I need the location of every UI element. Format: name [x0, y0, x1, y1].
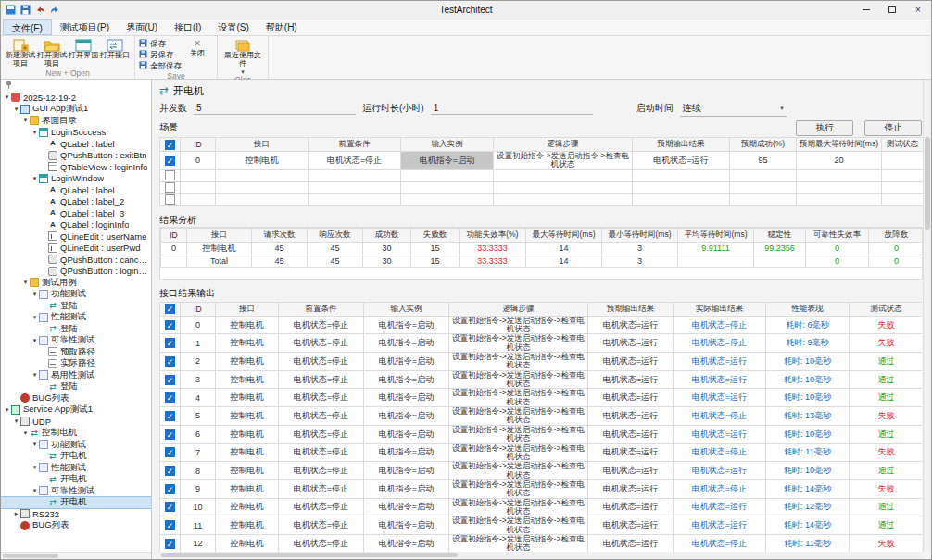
row-checkbox[interactable]: [165, 466, 175, 476]
table-cell[interactable]: [882, 181, 924, 193]
row-checkbox[interactable]: [165, 429, 175, 440]
table-cell[interactable]: [181, 169, 216, 181]
table-cell[interactable]: [181, 193, 216, 205]
new-test-project-button[interactable]: 新建测试项目: [5, 38, 36, 68]
row-checkbox[interactable]: [165, 484, 175, 494]
chevron-down-icon[interactable]: ▾: [31, 441, 39, 448]
table-cell[interactable]: [882, 193, 924, 205]
chevron-down-icon[interactable]: ▾: [31, 175, 39, 182]
chevron-down-icon[interactable]: ▾: [21, 117, 30, 124]
tree-item[interactable]: 开电机: [1, 474, 151, 486]
table-cell[interactable]: 电机状态=停止: [309, 152, 401, 170]
tree-item[interactable]: ▾LoginSuccess: [1, 127, 151, 139]
tree-item[interactable]: BUG列表: [1, 392, 151, 404]
tree-item[interactable]: QPushButton : cancelBtn: [1, 254, 151, 266]
tree-item[interactable]: 实际路径: [1, 358, 151, 370]
table-cell[interactable]: [216, 193, 309, 205]
row-checkbox[interactable]: [165, 502, 175, 512]
table-cell[interactable]: [401, 169, 494, 181]
menu-item-2[interactable]: 测试项目(P): [52, 19, 118, 35]
tree-item[interactable]: ▾2025-12-19-2: [1, 92, 151, 104]
table-cell[interactable]: [401, 181, 494, 193]
row-checkbox[interactable]: [165, 411, 175, 421]
table-cell[interactable]: [494, 193, 633, 205]
undo-icon[interactable]: [35, 5, 45, 15]
tree-item[interactable]: ▾LoginWindow: [1, 173, 151, 185]
table-cell[interactable]: [401, 193, 494, 205]
menu-item-3[interactable]: 界面(U): [118, 19, 166, 35]
chevron-down-icon[interactable]: ▾: [21, 429, 30, 437]
sidebar-horizontal-scrollbar[interactable]: [1, 552, 151, 559]
tree-item[interactable]: 登陆: [1, 300, 151, 312]
save-as-button[interactable]: 另保存: [139, 50, 182, 60]
sidebar-scrollbar-thumb[interactable]: [3, 554, 58, 558]
tree-item[interactable]: QLabel : label: [1, 138, 151, 150]
table-cell[interactable]: [633, 193, 730, 205]
table-cell[interactable]: [494, 181, 633, 193]
tree-item[interactable]: ▾Service App测试1: [1, 404, 151, 417]
tree-item[interactable]: QPushButton : loginBtn: [1, 266, 151, 278]
vertical-scrollbar[interactable]: [923, 80, 931, 552]
chevron-down-icon[interactable]: ▾: [12, 106, 20, 113]
menu-item-5[interactable]: 设置(S): [209, 19, 257, 35]
row-checkbox[interactable]: [165, 356, 175, 367]
chevron-down-icon[interactable]: ▾: [21, 279, 30, 286]
menu-item-1[interactable]: 文件(F): [3, 19, 52, 35]
concurrency-input[interactable]: [194, 102, 356, 115]
chevron-down-icon[interactable]: ▾: [31, 464, 39, 471]
close-file-button[interactable]: × 关闭: [182, 38, 213, 58]
tree-item[interactable]: QLabel : label_2: [1, 196, 151, 208]
select-all-checkbox[interactable]: [165, 140, 175, 150]
open-ui-button[interactable]: 打开界面: [68, 38, 99, 60]
recent-files-button[interactable]: 最近使用文件 ▾: [221, 38, 264, 75]
tree-item[interactable]: ▾性能测试: [1, 312, 151, 324]
table-cell[interactable]: [309, 181, 401, 193]
row-checkbox[interactable]: [165, 447, 175, 457]
save-all-button[interactable]: 全部保存: [139, 61, 182, 71]
row-checkbox[interactable]: [165, 539, 175, 549]
row-checkbox[interactable]: [165, 170, 175, 180]
table-cell[interactable]: [309, 169, 401, 181]
row-checkbox[interactable]: [165, 520, 175, 530]
tree-item[interactable]: 预取路径: [1, 346, 151, 358]
chevron-down-icon[interactable]: ▾: [31, 487, 39, 494]
tree-item[interactable]: ▾可靠性测试: [1, 485, 151, 497]
table-cell[interactable]: [730, 181, 797, 193]
row-checkbox[interactable]: [165, 156, 175, 166]
row-checkbox[interactable]: [165, 375, 175, 385]
table-cell[interactable]: [797, 181, 882, 193]
table-cell[interactable]: [797, 169, 882, 181]
vertical-scrollbar-thumb[interactable]: [925, 137, 930, 230]
table-cell[interactable]: [730, 169, 797, 181]
table-cell[interactable]: 设置初始指令->发送启动指令->检查电机状态: [494, 152, 633, 170]
table-cell[interactable]: 95: [730, 152, 797, 170]
redo-icon[interactable]: [50, 5, 60, 15]
open-interface-button[interactable]: 打开接口: [99, 38, 131, 60]
row-checkbox[interactable]: [165, 392, 175, 403]
chevron-down-icon[interactable]: ▾: [31, 337, 39, 344]
table-cell[interactable]: [216, 181, 309, 193]
tree-item[interactable]: 登陆: [1, 381, 151, 393]
tree-item[interactable]: ▾GUI App测试1: [1, 104, 151, 116]
tree-item[interactable]: ▾功能测试: [1, 289, 151, 301]
minimize-button[interactable]: [853, 1, 879, 19]
table-cell[interactable]: 0: [181, 152, 216, 170]
execute-button[interactable]: 执行: [796, 120, 853, 136]
table-cell[interactable]: [216, 169, 309, 181]
tree-item[interactable]: ▾界面目录: [1, 115, 151, 127]
tree-item[interactable]: ▾易用性测试: [1, 369, 151, 381]
chevron-down-icon[interactable]: ▾: [12, 417, 20, 425]
tree-item[interactable]: QLineEdit : userPwd: [1, 243, 151, 255]
tree-item[interactable]: ▾功能测试: [1, 439, 151, 451]
chevron-down-icon[interactable]: ▾: [31, 371, 39, 379]
row-checkbox[interactable]: [165, 194, 175, 205]
tree-item[interactable]: ▾测试用例: [1, 277, 151, 289]
horizontal-scrollbar-thumb[interactable]: [161, 553, 458, 557]
tree-item[interactable]: QLineEdit : userName: [1, 230, 151, 243]
table-cell[interactable]: [882, 152, 924, 170]
save-button[interactable]: 保存: [139, 39, 182, 49]
menu-item-4[interactable]: 接口(I): [166, 19, 209, 35]
chevron-down-icon[interactable]: ▾: [3, 406, 11, 414]
pin-icon[interactable]: [5, 81, 13, 91]
table-cell[interactable]: [181, 181, 216, 193]
